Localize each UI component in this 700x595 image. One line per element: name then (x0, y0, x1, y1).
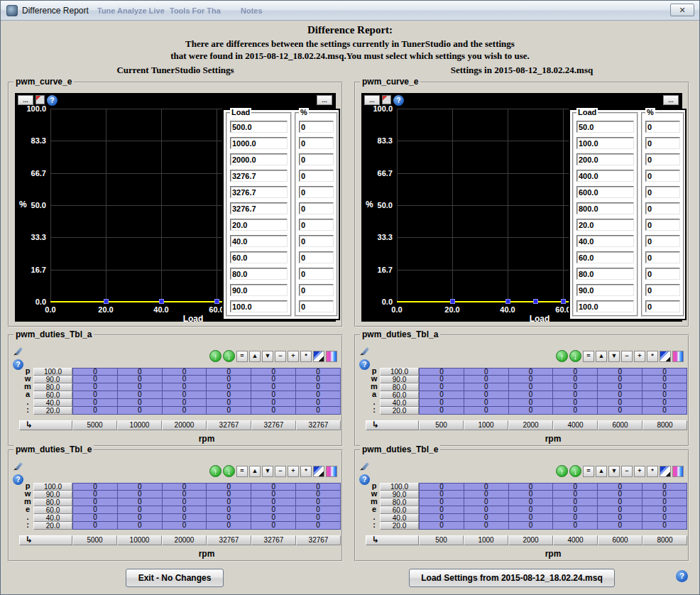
curve-point[interactable] (214, 299, 219, 304)
percent-value-input[interactable] (299, 153, 334, 165)
table-cell[interactable]: 0 (598, 407, 642, 415)
load-value-input[interactable] (230, 153, 288, 165)
gradient-button[interactable] (326, 351, 337, 362)
load-value-input[interactable] (230, 300, 288, 312)
gradient-button[interactable] (672, 351, 684, 362)
curve-tool-icon[interactable] (35, 95, 45, 104)
help-icon[interactable]: ? (359, 474, 370, 485)
table-cell[interactable]: 0 (251, 407, 296, 415)
axis-edit-button[interactable]: ↳ (19, 420, 72, 430)
load-value-input[interactable] (230, 121, 288, 133)
edit-icon[interactable] (361, 348, 370, 357)
percent-value-input[interactable] (645, 202, 680, 214)
load-value-input[interactable] (230, 202, 288, 214)
set-equal-button[interactable]: = (583, 466, 594, 477)
exit-no-changes-button[interactable]: Exit - No Changes (126, 569, 224, 587)
expand-button[interactable]: ... (317, 95, 332, 105)
axis-edit-button[interactable]: ↳ (366, 535, 419, 545)
edit-icon[interactable] (14, 348, 23, 357)
percent-value-input[interactable] (299, 137, 334, 149)
load-value-input[interactable] (230, 137, 288, 149)
load-value-input[interactable] (576, 219, 634, 231)
increase-button[interactable]: ▲ (249, 351, 261, 362)
increment-button[interactable]: + (288, 351, 299, 362)
load-value-input[interactable] (576, 284, 634, 296)
table-cell[interactable]: 0 (118, 522, 163, 530)
load-value-input[interactable] (230, 219, 288, 231)
table-cell[interactable]: 0 (72, 522, 118, 530)
shift-down-button[interactable]: ↓ (569, 465, 581, 477)
decrease-button[interactable]: ▼ (608, 466, 620, 477)
decrement-button[interactable]: − (275, 351, 286, 362)
load-value-input[interactable] (576, 186, 634, 198)
help-icon[interactable]: ? (676, 570, 688, 582)
percent-value-input[interactable] (645, 235, 680, 247)
percent-value-input[interactable] (299, 235, 334, 247)
percent-value-input[interactable] (299, 219, 334, 231)
load-value-input[interactable] (230, 186, 288, 198)
interpolate-button[interactable] (313, 351, 324, 362)
table-cell[interactable]: 0 (553, 522, 598, 530)
load-value-input[interactable] (576, 300, 634, 312)
scale-button[interactable]: * (300, 351, 312, 362)
gradient-button[interactable] (672, 466, 684, 477)
percent-value-input[interactable] (645, 170, 680, 182)
curve-point[interactable] (533, 299, 538, 304)
table-cell[interactable]: 0 (598, 522, 642, 530)
load-value-input[interactable] (576, 170, 634, 182)
load-value-input[interactable] (576, 202, 634, 214)
increase-button[interactable]: ▲ (249, 466, 261, 477)
load-value-input[interactable] (230, 170, 288, 182)
table-cell[interactable]: 0 (464, 407, 509, 415)
percent-value-input[interactable] (645, 300, 680, 312)
curve-point[interactable] (505, 299, 510, 304)
load-value-input[interactable] (576, 235, 634, 247)
set-equal-button[interactable]: = (236, 466, 248, 477)
percent-value-input[interactable] (645, 251, 680, 263)
help-icon[interactable]: ? (393, 95, 404, 106)
gradient-button[interactable] (326, 466, 337, 477)
table-cell[interactable]: 0 (118, 407, 163, 415)
shift-up-button[interactable]: ↑ (556, 465, 568, 477)
help-icon[interactable]: ? (47, 95, 58, 106)
help-icon[interactable]: ? (13, 359, 23, 370)
interpolate-button[interactable] (660, 466, 671, 477)
percent-value-input[interactable] (645, 121, 680, 133)
curve-point[interactable] (159, 299, 164, 304)
table-cell[interactable]: 0 (419, 407, 464, 415)
percent-value-input[interactable] (299, 202, 334, 214)
increment-button[interactable]: + (634, 351, 645, 362)
load-settings-button[interactable]: Load Settings from 2015-08-12_18.02.24.m… (409, 569, 615, 587)
decrease-button[interactable]: ▼ (262, 351, 273, 362)
percent-value-input[interactable] (645, 219, 680, 231)
set-equal-button[interactable]: = (583, 351, 594, 362)
percent-value-input[interactable] (645, 186, 680, 198)
table-cell[interactable]: 0 (296, 407, 341, 415)
scale-button[interactable]: * (300, 466, 312, 477)
help-icon[interactable]: ? (13, 474, 23, 485)
percent-value-input[interactable] (645, 137, 680, 149)
set-equal-button[interactable]: = (236, 351, 248, 362)
table-cell[interactable]: 0 (419, 522, 464, 530)
table-cell[interactable]: 0 (642, 522, 687, 530)
load-value-input[interactable] (230, 268, 288, 280)
decrement-button[interactable]: − (275, 466, 286, 477)
table-cell[interactable]: 0 (207, 522, 251, 530)
expand-button[interactable]: ... (364, 95, 380, 105)
decrease-button[interactable]: ▼ (608, 351, 620, 362)
edit-icon[interactable] (14, 463, 23, 472)
percent-value-input[interactable] (299, 268, 334, 280)
close-icon[interactable]: ✕ (670, 4, 694, 16)
table-cell[interactable]: 0 (509, 407, 554, 415)
curve-point[interactable] (104, 299, 109, 304)
percent-value-input[interactable] (299, 121, 334, 133)
table-cell[interactable]: 0 (72, 407, 118, 415)
decrease-button[interactable]: ▼ (262, 466, 273, 477)
table-cell[interactable]: 0 (251, 522, 296, 530)
percent-value-input[interactable] (299, 284, 334, 296)
axis-edit-button[interactable]: ↳ (366, 420, 419, 430)
help-icon[interactable]: ? (359, 359, 370, 370)
increase-button[interactable]: ▲ (596, 351, 607, 362)
table-cell[interactable]: 0 (207, 407, 251, 415)
scale-button[interactable]: * (647, 466, 658, 477)
